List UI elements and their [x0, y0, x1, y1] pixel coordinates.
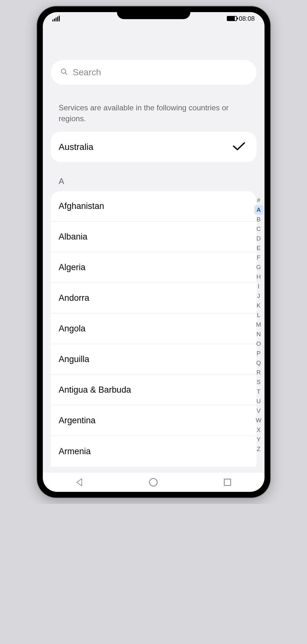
alpha-letter[interactable]: B [254, 215, 263, 224]
phone-frame: 08:08 Services are available in the foll… [37, 6, 270, 498]
search-container [43, 25, 265, 85]
section-header: A [43, 162, 265, 191]
alpha-letter[interactable]: F [254, 253, 263, 263]
alpha-letter[interactable]: H [254, 272, 263, 282]
status-time: 08:08 [239, 15, 255, 22]
list-item-label: Antigua & Barbuda [59, 385, 131, 395]
alpha-letter[interactable]: X [254, 425, 263, 435]
content-area: Services are available in the following … [43, 25, 265, 473]
list-item-label: Andorra [59, 293, 89, 303]
alpha-letter[interactable]: I [254, 282, 263, 291]
list-item[interactable]: Anguilla [51, 344, 257, 375]
list-item[interactable]: Andorra [51, 283, 257, 314]
search-icon [60, 68, 68, 77]
alpha-letter[interactable]: M [254, 320, 263, 329]
svg-line-1 [65, 73, 67, 75]
list-item-label: Argentina [59, 416, 96, 426]
list-item[interactable]: Angola [51, 314, 257, 344]
signal-icon [52, 16, 60, 21]
alpha-letter[interactable]: P [254, 349, 263, 358]
list-item[interactable]: Argentina [51, 405, 257, 436]
alpha-letter[interactable]: W [254, 416, 263, 425]
alpha-letter[interactable]: A [254, 205, 263, 215]
list-item-label: Afghanistan [59, 201, 104, 211]
alpha-letter[interactable]: T [254, 387, 263, 396]
status-right: 08:08 [227, 15, 255, 22]
alpha-letter[interactable]: O [254, 339, 263, 349]
home-button[interactable] [141, 476, 166, 489]
back-button[interactable] [67, 476, 92, 489]
screen: 08:08 Services are available in the foll… [43, 12, 265, 492]
svg-point-3 [150, 478, 157, 486]
svg-point-0 [61, 69, 66, 73]
alpha-letter[interactable]: R [254, 368, 263, 377]
alpha-letter[interactable]: D [254, 234, 263, 243]
selected-country-item[interactable]: Australia [51, 132, 257, 162]
alpha-letter[interactable]: U [254, 396, 263, 406]
alpha-letter[interactable]: # [254, 196, 263, 205]
list-item-label: Armenia [59, 447, 91, 456]
alpha-letter[interactable]: C [254, 224, 263, 234]
alpha-letter[interactable]: V [254, 406, 263, 416]
list-item[interactable]: Antigua & Barbuda [51, 375, 257, 405]
list-item[interactable]: Armenia [51, 436, 257, 467]
alpha-letter[interactable]: Q [254, 358, 263, 368]
svg-marker-2 [77, 479, 82, 486]
list-item-label: Algeria [59, 263, 86, 272]
search-input[interactable] [73, 67, 247, 78]
status-left [52, 16, 60, 21]
alpha-letter[interactable]: G [254, 263, 263, 272]
alpha-letter[interactable]: E [254, 243, 263, 253]
search-box[interactable] [51, 60, 257, 85]
list-item-label: Angola [59, 324, 86, 334]
list-item-label: Albania [59, 232, 88, 242]
list-item[interactable]: Algeria [51, 252, 257, 283]
alpha-index[interactable]: #ABCDEFGHIJKLMNOPQRSTUVWXYZ [254, 196, 263, 454]
battery-icon [227, 16, 237, 21]
info-text: Services are available in the following … [43, 85, 265, 132]
alpha-letter[interactable]: S [254, 377, 263, 387]
list-item[interactable]: Afghanistan [51, 191, 257, 222]
alpha-letter[interactable]: Z [254, 444, 263, 454]
alpha-letter[interactable]: J [254, 291, 263, 301]
check-icon [233, 142, 245, 152]
alpha-letter[interactable]: N [254, 329, 263, 339]
list-item[interactable]: Albania [51, 222, 257, 252]
alpha-letter[interactable]: Y [254, 435, 263, 444]
alpha-letter[interactable]: K [254, 301, 263, 310]
navigation-bar [43, 473, 265, 492]
alpha-letter[interactable]: L [254, 310, 263, 320]
selected-country-label: Australia [59, 142, 94, 152]
recent-button[interactable] [215, 476, 240, 489]
svg-rect-4 [224, 479, 231, 485]
phone-notch [117, 6, 190, 19]
list-item-label: Anguilla [59, 354, 89, 364]
country-list: Afghanistan Albania Algeria Andorra Ango… [51, 191, 257, 467]
